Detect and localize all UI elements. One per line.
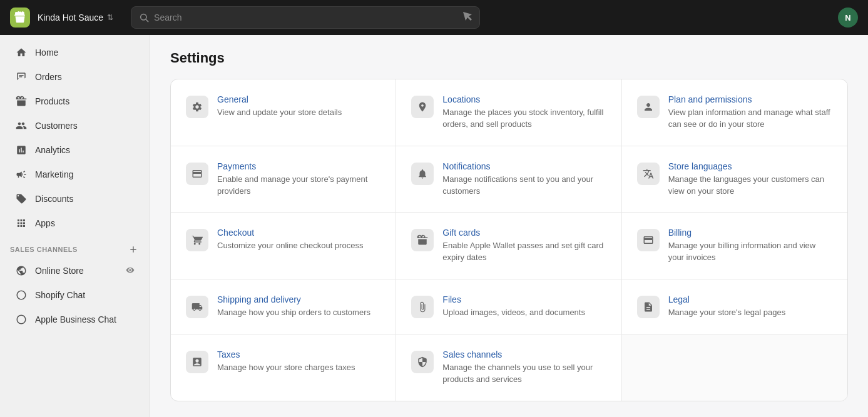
shipping-title: Shipping and delivery <box>217 294 380 304</box>
settings-cell-taxes[interactable]: Taxes Manage how your store charges taxe… <box>171 334 396 401</box>
billing-desc: Manage your billing information and view… <box>668 240 832 264</box>
search-input[interactable] <box>154 13 458 23</box>
plan-icon <box>637 96 660 118</box>
settings-cell-billing[interactable]: Billing Manage your billing information … <box>622 213 847 279</box>
svg-rect-3 <box>19 76 22 77</box>
settings-row-2: Checkout Customize your online checkout … <box>171 213 847 279</box>
settings-cell-files[interactable]: Files Upload images, videos, and documen… <box>396 279 621 334</box>
locations-icon <box>411 96 434 118</box>
sidebar-item-apple-business[interactable]: Apple Business Chat <box>5 308 145 331</box>
taxes-title: Taxes <box>217 349 380 359</box>
settings-cell-checkout[interactable]: Checkout Customize your online checkout … <box>171 213 396 279</box>
general-desc: View and update your store details <box>217 107 380 119</box>
sales-channels-settings-desc: Manage the channels you use to sell your… <box>442 362 606 386</box>
gift-cards-icon <box>411 229 434 251</box>
sales-channels-settings-title: Sales channels <box>442 349 606 359</box>
sidebar-label-apple-business: Apple Business Chat <box>35 314 116 324</box>
shipping-desc: Manage how you ship orders to customers <box>217 307 380 319</box>
locations-desc: Manage the places you stock inventory, f… <box>442 107 606 131</box>
shipping-icon <box>186 296 208 318</box>
add-sales-channel-icon[interactable] <box>127 243 140 256</box>
files-title: Files <box>442 294 606 304</box>
apple-business-icon <box>15 313 28 326</box>
sales-channels-settings-icon <box>411 351 434 373</box>
store-name-area[interactable]: Kinda Hot Sauce ⇅ <box>38 13 113 23</box>
settings-cell-shipping[interactable]: Shipping and delivery Manage how you shi… <box>171 279 396 334</box>
sidebar-item-orders[interactable]: Orders <box>5 65 145 89</box>
settings-cell-plan[interactable]: Plan and permissions View plan informati… <box>622 79 847 146</box>
products-icon <box>15 95 28 108</box>
settings-cell-legal[interactable]: Legal Manage your store's legal pages <box>622 279 847 334</box>
settings-cell-gift-cards[interactable]: Gift cards Enable Apple Wallet passes an… <box>396 213 621 279</box>
store-name: Kinda Hot Sauce <box>38 13 103 23</box>
customers-icon <box>15 119 28 132</box>
store-logo <box>10 8 30 28</box>
settings-row-4: Taxes Manage how your store charges taxe… <box>171 334 847 401</box>
shopify-chat-icon <box>15 289 28 301</box>
online-store-icon <box>15 264 28 277</box>
settings-row-3: Shipping and delivery Manage how you shi… <box>171 279 847 334</box>
plan-title: Plan and permissions <box>668 94 832 104</box>
shipping-content: Shipping and delivery Manage how you shi… <box>217 294 380 319</box>
svg-line-1 <box>146 19 148 22</box>
settings-grid: General View and update your store detai… <box>170 79 848 401</box>
plan-desc: View plan information and manage what st… <box>668 107 832 131</box>
sales-channels-settings-content: Sales channels Manage the channels you u… <box>442 349 606 386</box>
languages-icon <box>637 163 660 185</box>
sidebar-item-products[interactable]: Products <box>5 89 145 113</box>
sidebar-item-online-store[interactable]: Online Store <box>5 259 145 283</box>
sidebar-item-apps[interactable]: Apps <box>5 211 145 235</box>
settings-cell-locations[interactable]: Locations Manage the places you stock in… <box>396 79 621 146</box>
sidebar-label-shopify-chat: Shopify Chat <box>35 290 85 300</box>
files-content: Files Upload images, videos, and documen… <box>442 294 606 319</box>
general-content: General View and update your store detai… <box>217 94 380 119</box>
files-icon <box>411 296 434 318</box>
eye-icon[interactable] <box>126 266 135 276</box>
settings-cell-general[interactable]: General View and update your store detai… <box>171 79 396 146</box>
settings-cell-languages[interactable]: Store languages Manage the languages you… <box>622 146 847 213</box>
main-layout: Home Orders Products Customers Analytics <box>0 35 868 417</box>
billing-title: Billing <box>668 228 832 238</box>
cursor-icon <box>463 12 472 23</box>
sidebar-label-customers: Customers <box>35 121 78 131</box>
locations-content: Locations Manage the places you stock in… <box>442 94 606 131</box>
settings-cell-payments[interactable]: Payments Enable and manage your store's … <box>171 146 396 213</box>
sidebar-label-orders: Orders <box>35 72 62 82</box>
taxes-icon <box>186 351 208 373</box>
sidebar: Home Orders Products Customers Analytics <box>0 35 150 417</box>
sidebar-item-home[interactable]: Home <box>5 41 145 64</box>
payments-content: Payments Enable and manage your store's … <box>217 161 380 198</box>
sales-channels-section: SALES CHANNELS <box>0 236 150 258</box>
sidebar-label-products: Products <box>35 96 69 106</box>
checkout-title: Checkout <box>217 228 380 238</box>
notifications-content: Notifications Manage notifications sent … <box>442 161 606 198</box>
taxes-content: Taxes Manage how your store charges taxe… <box>217 349 380 374</box>
orders-icon <box>15 71 28 83</box>
checkout-icon <box>186 229 208 251</box>
sidebar-item-analytics[interactable]: Analytics <box>5 138 145 162</box>
sidebar-item-customers[interactable]: Customers <box>5 114 145 138</box>
user-avatar[interactable]: N <box>838 8 858 28</box>
billing-icon <box>637 229 660 251</box>
billing-content: Billing Manage your billing information … <box>668 228 832 264</box>
payments-icon <box>186 163 208 185</box>
plan-content: Plan and permissions View plan informati… <box>668 94 832 131</box>
languages-title: Store languages <box>668 161 832 171</box>
payments-title: Payments <box>217 161 380 171</box>
legal-icon <box>637 296 660 318</box>
notifications-icon <box>411 163 434 185</box>
settings-cell-sales-channels[interactable]: Sales channels Manage the channels you u… <box>396 334 621 401</box>
main-content: Settings General View and update your st… <box>150 35 868 417</box>
sidebar-item-marketing[interactable]: Marketing <box>5 163 145 186</box>
languages-content: Store languages Manage the languages you… <box>668 161 832 198</box>
checkout-content: Checkout Customize your online checkout … <box>217 228 380 252</box>
sidebar-item-discounts[interactable]: Discounts <box>5 187 145 211</box>
files-desc: Upload images, videos, and documents <box>442 307 606 319</box>
page-title: Settings <box>170 50 848 66</box>
discounts-icon <box>15 193 28 205</box>
sidebar-label-home: Home <box>35 48 58 58</box>
settings-cell-notifications[interactable]: Notifications Manage notifications sent … <box>396 146 621 213</box>
settings-row-0: General View and update your store detai… <box>171 79 847 146</box>
sidebar-item-shopify-chat[interactable]: Shopify Chat <box>5 283 145 307</box>
notifications-desc: Manage notifications sent to you and you… <box>442 174 606 198</box>
